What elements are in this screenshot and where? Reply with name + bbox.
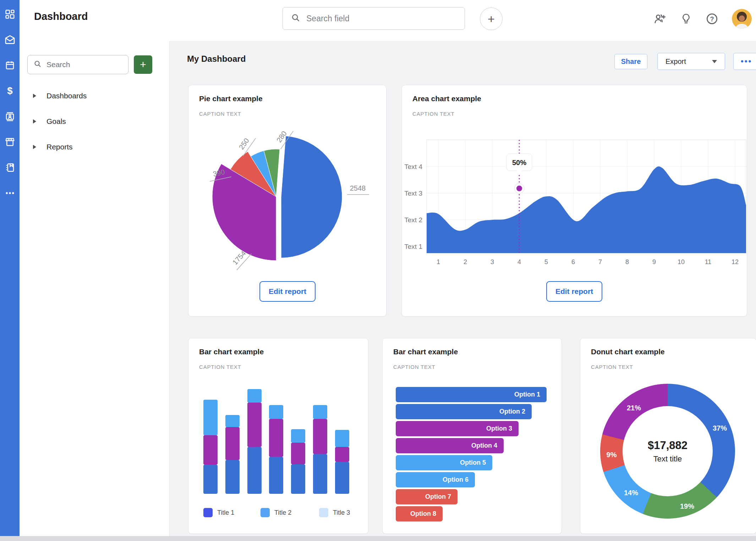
global-search-input[interactable]: Search field (283, 7, 465, 30)
tooltip-pointer (516, 170, 522, 174)
donut-center: $17,882 Text title (623, 406, 713, 496)
bar-segment (291, 443, 305, 464)
hbar-row: Option 8 (396, 506, 443, 521)
x-axis-label: 11 (705, 258, 712, 266)
grid-icon[interactable] (4, 9, 16, 20)
card-title: Bar chart example (393, 348, 458, 356)
more-icon[interactable] (4, 187, 16, 199)
chevron-right-icon[interactable] (33, 119, 36, 124)
x-axis-label: 3 (491, 258, 494, 266)
card-caption: CAPTION TEXT (591, 364, 633, 370)
x-axis-label: 10 (678, 258, 685, 266)
legend-swatch (261, 508, 270, 517)
legend-label: Title 1 (217, 509, 234, 517)
sidebar-search-input[interactable]: Search (27, 55, 128, 74)
user-avatar[interactable] (732, 9, 752, 29)
bar-segment (313, 405, 327, 419)
legend-label: Title 3 (333, 509, 350, 517)
bar-segment (269, 419, 283, 457)
bar-segment (225, 460, 240, 494)
window-bottom-edge (0, 536, 756, 541)
hbar-row: Option 1 (396, 387, 547, 402)
legend-item: Title 3 (319, 508, 350, 517)
donut-percentage-label: 9% (607, 451, 617, 459)
bar-segment (247, 403, 262, 447)
legend-swatch (203, 508, 213, 517)
search-icon (291, 13, 301, 24)
edit-report-button[interactable]: Edit report (259, 281, 316, 302)
sidebar-item-label: Dashboards (46, 92, 87, 100)
bar-segment (225, 427, 240, 460)
hbar-row: Option 2 (396, 404, 532, 419)
export-button[interactable]: Export (657, 53, 725, 70)
sidebar-search-placeholder: Search (46, 60, 70, 69)
pie-slice-label: 2548 (347, 184, 369, 195)
tooltip-label: 50% (512, 159, 526, 166)
bar-segment (225, 415, 240, 427)
sidebar-item-reports[interactable]: Reports (20, 137, 169, 157)
bar-segment (291, 464, 305, 494)
card-caption: CAPTION TEXT (199, 364, 241, 370)
svg-text:$: $ (7, 86, 12, 96)
sidebar-item-goals[interactable]: Goals (20, 111, 169, 131)
x-axis-label: 2 (464, 258, 467, 266)
bar-segment (335, 462, 349, 494)
invite-user-icon[interactable] (653, 12, 667, 26)
pie-slice (281, 136, 342, 258)
calendar-icon[interactable] (4, 60, 16, 71)
bar-segment (247, 447, 262, 494)
card-title: Bar chart example (199, 348, 264, 356)
x-axis-label: 9 (652, 258, 656, 266)
dashboard-title: My Dashboard (187, 54, 246, 64)
bar-segment (313, 454, 327, 494)
pie-chart-card: Pie chart example CAPTION TEXT 280254817… (188, 85, 387, 317)
y-axis-label: Text 1 (404, 243, 422, 250)
app-window: Dashboard Search field + (0, 0, 756, 541)
card-title: Donut chart example (591, 348, 665, 356)
stacked-bar-chart-card: Bar chart example CAPTION TEXT Title 1Ti… (188, 338, 368, 534)
notebook-icon[interactable] (4, 162, 16, 173)
lightbulb-icon[interactable] (679, 12, 693, 26)
x-axis-label: 12 (732, 258, 739, 266)
donut-percentage-label: 14% (624, 489, 638, 497)
svg-text:?: ? (710, 16, 714, 23)
header-actions: ? (653, 12, 719, 26)
search-icon (33, 60, 42, 70)
bar-segment (269, 405, 283, 419)
bar-segment (313, 419, 327, 454)
y-axis-label: Text 4 (404, 163, 422, 170)
store-icon[interactable] (4, 136, 16, 148)
x-axis-label: 5 (544, 258, 548, 266)
sidebar-add-button[interactable]: + (134, 55, 152, 74)
bar-segment (269, 457, 283, 494)
chevron-right-icon[interactable] (33, 145, 36, 149)
pie-slice-label: 250 (235, 132, 256, 156)
export-label: Export (665, 58, 686, 66)
donut-percentage-label: 19% (680, 502, 694, 510)
hbar-row: Option 5 (396, 455, 492, 470)
finance-icon[interactable]: $ (4, 85, 16, 97)
contacts-icon[interactable] (4, 111, 16, 122)
legend-item: Title 1 (203, 508, 234, 517)
add-button[interactable]: + (480, 7, 503, 30)
bar-segment (203, 465, 218, 494)
nav-rail: $ (0, 0, 20, 536)
donut-chart-card: Donut chart example CAPTION TEXT $17,882… (580, 338, 756, 534)
card-caption: CAPTION TEXT (393, 364, 435, 370)
more-options-button[interactable]: ••• (733, 53, 756, 70)
bar-segment (203, 400, 218, 435)
bar-segment (203, 435, 218, 465)
inbox-icon[interactable] (4, 34, 16, 45)
share-button[interactable]: Share (614, 54, 647, 69)
area-chart-card: Area chart example CAPTION TEXT Text 4Te… (401, 85, 747, 317)
legend-item: Title 2 (261, 508, 291, 517)
area-series (427, 166, 746, 253)
help-icon[interactable]: ? (705, 12, 719, 26)
page-title: Dashboard (34, 11, 88, 22)
donut-center-label: Text title (653, 454, 682, 464)
bar-segment (247, 389, 262, 403)
chevron-right-icon[interactable] (33, 94, 36, 98)
bar-segment (291, 429, 305, 443)
sidebar-item-dashboards[interactable]: Dashboards (20, 86, 169, 106)
edit-report-button[interactable]: Edit report (546, 281, 602, 302)
